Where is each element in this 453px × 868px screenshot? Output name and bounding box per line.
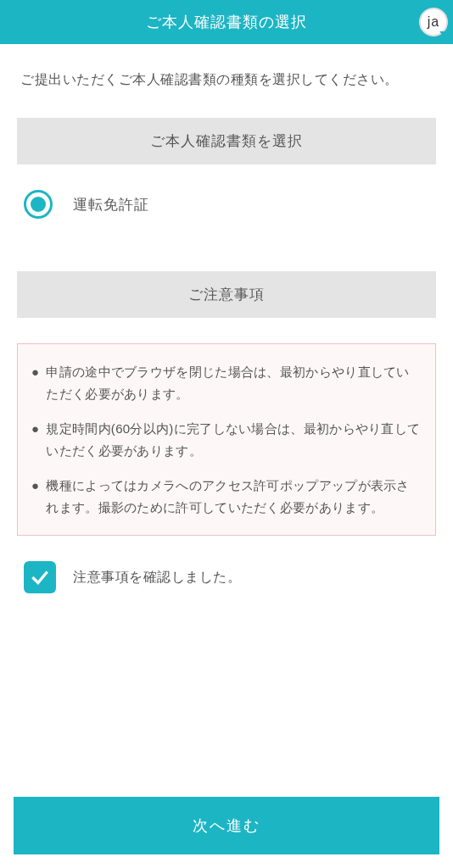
header-bar: ご本人確認書類の選択 ja [0,0,453,44]
notice-box: ● 申請の途中でブラウザを閉じた場合は、最初からやり直していただく必要があります… [17,343,436,536]
notice-text: 申請の途中でブラウザを閉じた場合は、最初からやり直していただく必要があります。 [46,361,422,404]
main-content: ご提出いただくご本人確認書類の種類を選択してください。 ご本人確認書類を選択 運… [0,44,453,593]
confirm-checkbox-row[interactable]: 注意事項を確認しました。 [17,561,436,593]
notice-item: ● 機種によってはカメラへのアクセス許可ポップアップが表示されます。撮影のために… [31,475,422,518]
document-option-drivers-license[interactable]: 運転免許証 [17,164,436,244]
language-label: ja [428,14,439,30]
checkmark-icon [29,566,51,588]
footer: 次へ進む [0,783,453,868]
notice-text: 規定時間内(60分以内)に完了しない場合は、最初からやり直していただく必要があり… [46,418,422,461]
radio-icon [24,190,53,219]
document-option-label: 運転免許証 [73,195,149,214]
bullet-icon: ● [31,475,39,518]
notice-header: ご注意事項 [17,271,436,318]
notice-item: ● 申請の途中でブラウザを閉じた場合は、最初からやり直していただく必要があります… [31,361,422,404]
bullet-icon: ● [31,361,39,404]
select-document-header: ご本人確認書類を選択 [17,118,436,164]
checkbox-icon [24,561,56,593]
radio-inner-icon [31,197,46,212]
notice-text: 機種によってはカメラへのアクセス許可ポップアップが表示されます。撮影のために許可… [46,475,422,518]
bullet-icon: ● [31,418,39,461]
next-button[interactable]: 次へ進む [14,797,439,854]
language-selector[interactable]: ja [419,8,448,36]
notice-item: ● 規定時間内(60分以内)に完了しない場合は、最初からやり直していただく必要が… [31,418,422,461]
page-title: ご本人確認書類の選択 [146,12,307,32]
instruction-text: ご提出いただくご本人確認書類の種類を選択してください。 [17,68,436,91]
confirm-label: 注意事項を確認しました。 [73,569,241,587]
